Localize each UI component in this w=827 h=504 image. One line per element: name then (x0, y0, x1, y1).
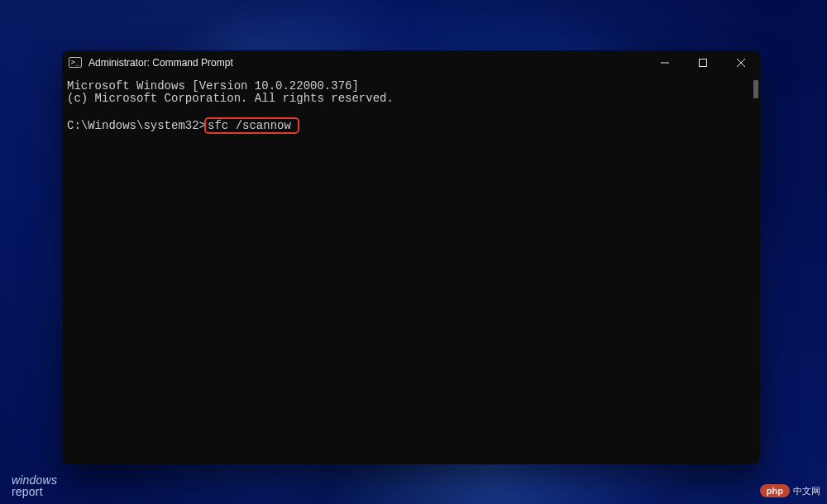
maximize-button[interactable] (684, 50, 722, 75)
php-pill: php (760, 484, 790, 497)
watermark-text: windows (12, 474, 57, 486)
svg-text:>_: >_ (71, 59, 79, 66)
output-line: (c) Microsoft Corporation. All rights re… (67, 92, 394, 105)
php-cn-watermark: php 中文网 (760, 484, 820, 497)
close-button[interactable] (722, 50, 760, 75)
watermark-text: report (12, 486, 57, 497)
highlighted-command: sfc /scannow (204, 117, 299, 134)
scrollbar-thumb[interactable] (753, 80, 758, 98)
php-text: 中文网 (793, 485, 820, 497)
output-line: Microsoft Windows [Version 10.0.22000.37… (67, 79, 359, 93)
command-text: sfc /scannow (208, 119, 291, 132)
terminal-output[interactable]: Microsoft Windows [Version 10.0.22000.37… (62, 75, 760, 464)
window-title: Administrator: Command Prompt (88, 57, 233, 69)
svg-rect-2 (700, 59, 707, 67)
windows-report-watermark: windows report (12, 474, 57, 497)
command-prompt-window: >_ Administrator: Command Prompt Microso… (62, 50, 760, 464)
cmd-icon: >_ (69, 56, 82, 69)
prompt-prefix: C:\Windows\system32> (67, 119, 206, 132)
window-controls (646, 50, 760, 75)
titlebar[interactable]: >_ Administrator: Command Prompt (62, 50, 760, 75)
minimize-button[interactable] (646, 50, 684, 75)
desktop-background: >_ Administrator: Command Prompt Microso… (0, 0, 827, 504)
